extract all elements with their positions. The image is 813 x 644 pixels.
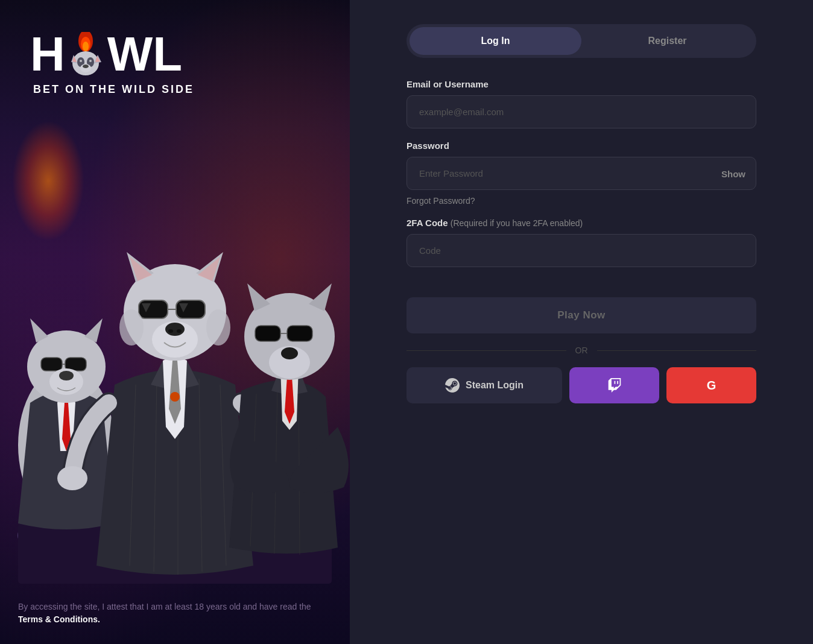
auth-tabs: Log In Register: [406, 24, 756, 58]
logo-tagline: BET ON THE WILD SIDE: [33, 83, 194, 96]
register-tab[interactable]: Register: [581, 27, 753, 55]
svg-point-88: [281, 347, 298, 359]
logo-area: H: [30, 30, 194, 96]
svg-point-11: [89, 60, 92, 62]
password-group: Password Show Forgot Password?: [406, 140, 756, 206]
svg-point-49: [59, 371, 74, 380]
email-label: Email or Username: [406, 79, 756, 89]
show-password-button[interactable]: Show: [721, 168, 745, 178]
svg-rect-62: [176, 300, 205, 318]
play-now-button[interactable]: Play Now: [406, 297, 756, 333]
login-tab[interactable]: Log In: [410, 27, 581, 55]
svg-point-66: [168, 329, 173, 333]
password-wrapper: Show: [406, 157, 756, 190]
svg-point-69: [206, 309, 230, 346]
steam-login-button[interactable]: Steam Login: [406, 367, 562, 403]
twofa-input[interactable]: [406, 234, 756, 267]
wolves-illustration: K A ♦: [0, 174, 350, 596]
logo-h: H: [30, 30, 65, 78]
social-login: Steam Login G: [406, 367, 756, 403]
svg-rect-84: [255, 326, 280, 341]
login-form: Email or Username Password Show Forgot P…: [406, 79, 756, 403]
disclaimer: By accessing the site, I attest that I a…: [18, 601, 332, 626]
terms-link[interactable]: Terms & Conditions.: [18, 614, 100, 624]
svg-point-10: [80, 60, 82, 62]
logo: H: [30, 30, 182, 78]
svg-point-65: [165, 323, 185, 336]
email-group: Email or Username: [406, 79, 756, 128]
forgot-password-link[interactable]: Forgot Password?: [406, 196, 756, 206]
wolves-svg: K A ♦: [0, 174, 350, 596]
svg-point-13: [83, 65, 89, 68]
twofa-label: 2FA Code (Required if you have 2FA enabl…: [406, 218, 756, 228]
svg-point-2: [83, 42, 89, 51]
logo-wolf-icon: [65, 30, 107, 78]
password-input[interactable]: [406, 157, 756, 190]
email-input[interactable]: [406, 95, 756, 128]
svg-rect-61: [139, 300, 168, 318]
google-login-button[interactable]: G: [666, 367, 756, 403]
steam-icon: [445, 378, 460, 393]
logo-wl: WL: [107, 30, 182, 78]
twofa-group: 2FA Code (Required if you have 2FA enabl…: [406, 218, 756, 267]
password-label: Password: [406, 140, 756, 151]
right-panel: Log In Register Email or Username Passwo…: [350, 0, 813, 644]
svg-rect-45: [41, 358, 62, 371]
twitch-login-button[interactable]: [569, 367, 659, 403]
left-panel: H: [0, 0, 350, 644]
or-divider: OR: [406, 346, 756, 355]
svg-point-67: [177, 329, 182, 333]
svg-point-70: [57, 466, 87, 490]
svg-point-55: [170, 392, 180, 402]
svg-point-68: [119, 309, 144, 346]
twitch-icon: [607, 378, 622, 393]
svg-rect-85: [287, 326, 312, 341]
google-icon: G: [707, 379, 717, 393]
